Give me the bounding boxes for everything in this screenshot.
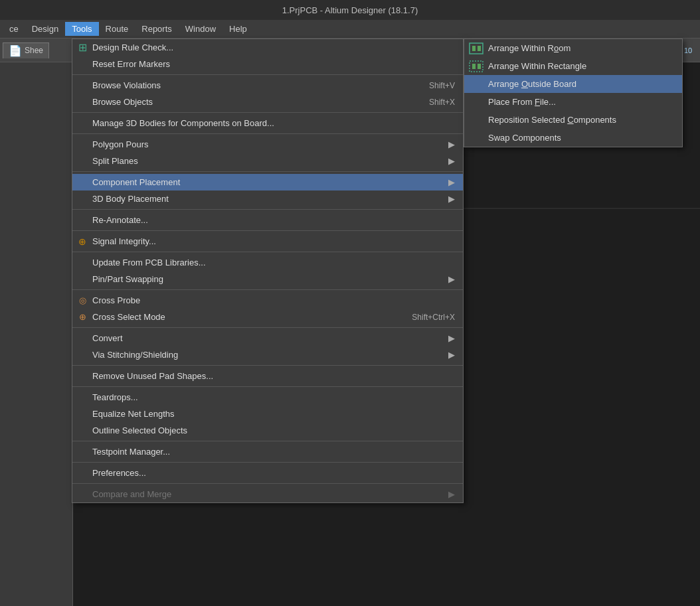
menu-item-update-pcb-libraries[interactable]: Update From PCB Libraries... (72, 254, 463, 271)
cross-probe-label: Cross Probe (92, 295, 140, 305)
browse-objects-shortcut: Shift+X (409, 98, 455, 107)
menu-item-convert[interactable]: Convert ▶ (72, 330, 463, 346)
menu-item-cross-probe[interactable]: ◎ Cross Probe (72, 292, 463, 309)
submenu-arrange-within-rectangle[interactable]: Arrange Within Rectangle (464, 57, 682, 75)
menu-item-outline-selected-objects[interactable]: Outline Selected Objects (72, 422, 463, 439)
separator-13 (72, 462, 463, 463)
manage-3d-bodies-label: Manage 3D Bodies for Components on Board… (92, 118, 274, 128)
separator-3 (72, 133, 463, 134)
separator-4 (72, 171, 463, 172)
via-stitching-label: Via Stitching/Shielding (92, 350, 178, 360)
cross-select-icon: ⊕ (75, 310, 90, 325)
left-sidebar (0, 62, 73, 606)
arrange-within-room-label: Arrange Within Room (488, 43, 570, 53)
menu-item-reset-error-markers[interactable]: Reset Error Markers (72, 56, 463, 72)
component-placement-submenu: Arrange Within Room Arrange Within Recta… (464, 38, 683, 147)
title-bar: 1.PrjPCB - Altium Designer (18.1.7) (0, 0, 700, 20)
menu-item-compare-and-merge: Compare and Merge ▶ (72, 486, 463, 502)
menu-item-testpoint-manager[interactable]: Testpoint Manager... (72, 443, 463, 460)
sheet-tab-label: Shee (25, 46, 43, 55)
signal-integrity-label: Signal Integrity... (92, 236, 156, 246)
svg-rect-19 (472, 64, 476, 69)
menu-item-browse-objects[interactable]: Browse Objects Shift+X (72, 94, 463, 110)
menu-item-route[interactable]: Route (99, 22, 135, 36)
menu-item-manage-3d-bodies[interactable]: Manage 3D Bodies for Components on Board… (72, 115, 463, 131)
reset-error-markers-label: Reset Error Markers (92, 59, 170, 69)
component-placement-label: Component Placement (92, 177, 180, 187)
swap-components-label: Swap Components (488, 133, 561, 143)
menu-item-design[interactable]: Design (25, 22, 65, 36)
menu-bar: ce Design Tools Route Reports Window Hel… (0, 20, 700, 38)
menu-item-window[interactable]: Window (179, 22, 222, 36)
submenu-arrange-within-room[interactable]: Arrange Within Room (464, 39, 682, 57)
menu-item-remove-unused-pad-shapes[interactable]: Remove Unused Pad Shapes... (72, 368, 463, 384)
update-pcb-libraries-label: Update From PCB Libraries... (92, 258, 206, 267)
cross-select-shortcut: Shift+Ctrl+X (392, 313, 455, 322)
3d-body-placement-label: 3D Body Placement (92, 194, 169, 204)
separator-7 (72, 252, 463, 252)
menu-item-polygon-pours[interactable]: Polygon Pours ▶ (72, 136, 463, 153)
menu-item-tools[interactable]: Tools (65, 22, 98, 36)
via-stitching-arrow: ▶ (448, 350, 455, 360)
arrange-within-rectangle-icon (467, 60, 485, 73)
testpoint-manager-label: Testpoint Manager... (92, 447, 170, 457)
menu-item-split-planes[interactable]: Split Planes ▶ (72, 153, 463, 169)
pin-part-swapping-arrow: ▶ (448, 274, 455, 284)
menu-item-teardrops[interactable]: Teardrops... (72, 389, 463, 406)
polygon-pours-label: Polygon Pours (92, 139, 149, 149)
menu-item-re-annotate[interactable]: Re-Annotate... (72, 212, 463, 228)
remove-unused-pad-shapes-label: Remove Unused Pad Shapes... (92, 371, 213, 381)
separator-5 (72, 209, 463, 210)
tools-dropdown-menu: ⊞ Design Rule Check... Reset Error Marke… (72, 38, 464, 503)
menu-item-3d-body-placement[interactable]: 3D Body Placement ▶ (72, 190, 463, 207)
submenu-arrange-outside-board[interactable]: Arrange Outside Board (464, 75, 682, 93)
arrange-outside-board-label: Arrange Outside Board (488, 79, 576, 89)
menu-item-cross-select-mode[interactable]: ⊕ Cross Select Mode Shift+Ctrl+X (72, 309, 463, 325)
separator-9 (72, 327, 463, 328)
separator-12 (72, 441, 463, 441)
separator-1 (72, 74, 463, 75)
cross-probe-icon: ◎ (75, 293, 90, 308)
separator-10 (72, 365, 463, 366)
cross-select-mode-label: Cross Select Mode (92, 312, 165, 322)
outline-selected-objects-label: Outline Selected Objects (92, 425, 187, 435)
svg-rect-17 (478, 46, 481, 51)
arrange-within-room-icon (467, 42, 485, 55)
compare-and-merge-arrow: ▶ (448, 489, 455, 499)
menu-item-ce[interactable]: ce (3, 22, 25, 36)
svg-rect-16 (472, 46, 476, 51)
3d-body-placement-arrow: ▶ (448, 194, 455, 204)
compare-and-merge-label: Compare and Merge (92, 489, 171, 499)
convert-arrow: ▶ (448, 333, 455, 343)
menu-item-browse-violations[interactable]: Browse Violations Shift+V (72, 77, 463, 94)
title-text: 1.PrjPCB - Altium Designer (18.1.7) (282, 5, 418, 15)
separator-8 (72, 289, 463, 290)
menu-item-equalize-net-lengths[interactable]: Equalize Net Lengths (72, 406, 463, 422)
browse-violations-shortcut: Shift+V (409, 81, 455, 90)
menu-item-pin-part-swapping[interactable]: Pin/Part Swapping ▶ (72, 271, 463, 287)
design-rule-check-label: Design Rule Check... (92, 42, 173, 52)
re-annotate-label: Re-Annotate... (92, 215, 148, 225)
sheet-tab[interactable]: 📄 Shee (3, 42, 49, 58)
signal-integrity-icon: ⊕ (75, 234, 90, 249)
separator-6 (72, 230, 463, 231)
menu-item-preferences[interactable]: Preferences... (72, 465, 463, 481)
preferences-label: Preferences... (92, 468, 146, 478)
polygon-pours-arrow: ▶ (448, 139, 455, 149)
browse-violations-label: Browse Violations (92, 80, 161, 90)
svg-rect-20 (478, 64, 481, 69)
menu-item-signal-integrity[interactable]: ⊕ Signal Integrity... (72, 233, 463, 250)
submenu-swap-components[interactable]: Swap Components (464, 129, 682, 147)
menu-item-reports[interactable]: Reports (135, 22, 179, 36)
pin-part-swapping-label: Pin/Part Swapping (92, 274, 163, 284)
submenu-reposition-selected-components[interactable]: Reposition Selected Components (464, 111, 682, 129)
menu-item-component-placement[interactable]: Component Placement ▶ (72, 174, 463, 190)
separator-14 (72, 483, 463, 484)
menu-item-via-stitching[interactable]: Via Stitching/Shielding ▶ (72, 346, 463, 363)
split-planes-label: Split Planes (92, 156, 138, 166)
equalize-net-lengths-label: Equalize Net Lengths (92, 409, 175, 419)
separator-2 (72, 112, 463, 113)
submenu-place-from-file[interactable]: Place From File... (464, 93, 682, 111)
menu-item-help[interactable]: Help (222, 22, 254, 36)
menu-item-design-rule-check[interactable]: ⊞ Design Rule Check... (72, 39, 463, 56)
